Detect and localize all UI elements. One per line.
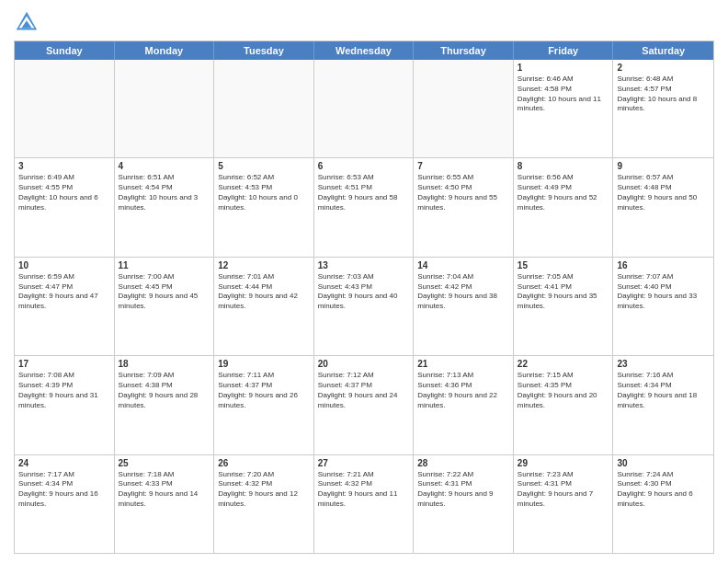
calendar-cell-7: 7Sunrise: 6:55 AM Sunset: 4:50 PM Daylig…	[414, 158, 514, 256]
header-day-monday: Monday	[115, 41, 215, 60]
calendar-cell-3: 3Sunrise: 6:49 AM Sunset: 4:55 PM Daylig…	[15, 158, 115, 256]
header-day-sunday: Sunday	[15, 41, 115, 60]
calendar-row-3: 17Sunrise: 7:08 AM Sunset: 4:39 PM Dayli…	[15, 356, 713, 454]
day-info: Sunrise: 7:04 AM Sunset: 4:42 PM Dayligh…	[417, 272, 509, 312]
day-info: Sunrise: 7:18 AM Sunset: 4:33 PM Dayligh…	[119, 470, 210, 510]
day-number: 17	[18, 359, 110, 369]
header	[14, 9, 714, 35]
day-number: 27	[318, 458, 410, 468]
day-number: 30	[617, 458, 710, 468]
day-info: Sunrise: 6:57 AM Sunset: 4:48 PM Dayligh…	[617, 173, 710, 213]
calendar-cell-13: 13Sunrise: 7:03 AM Sunset: 4:43 PM Dayli…	[314, 258, 415, 355]
calendar-cell-19: 19Sunrise: 7:11 AM Sunset: 4:37 PM Dayli…	[214, 356, 314, 454]
day-number: 8	[518, 161, 609, 171]
day-info: Sunrise: 7:07 AM Sunset: 4:40 PM Dayligh…	[617, 272, 710, 312]
day-number: 5	[218, 161, 310, 171]
header-day-thursday: Thursday	[414, 41, 514, 60]
day-info: Sunrise: 6:46 AM Sunset: 4:58 PM Dayligh…	[518, 75, 609, 114]
calendar-cell-16: 16Sunrise: 7:07 AM Sunset: 4:40 PM Dayli…	[613, 258, 713, 355]
day-number: 4	[119, 161, 210, 171]
calendar-cell-4: 4Sunrise: 6:51 AM Sunset: 4:54 PM Daylig…	[115, 158, 215, 256]
day-number: 26	[218, 458, 310, 468]
day-info: Sunrise: 6:48 AM Sunset: 4:57 PM Dayligh…	[617, 75, 710, 114]
day-number: 13	[318, 260, 410, 270]
calendar-cell-14: 14Sunrise: 7:04 AM Sunset: 4:42 PM Dayli…	[414, 258, 514, 355]
day-info: Sunrise: 6:51 AM Sunset: 4:54 PM Dayligh…	[119, 173, 210, 213]
calendar-row-4: 24Sunrise: 7:17 AM Sunset: 4:34 PM Dayli…	[15, 455, 713, 553]
day-number: 20	[318, 359, 410, 369]
day-info: Sunrise: 7:17 AM Sunset: 4:34 PM Dayligh…	[18, 470, 110, 510]
day-number: 15	[518, 260, 609, 270]
calendar-cell-10: 10Sunrise: 6:59 AM Sunset: 4:47 PM Dayli…	[15, 258, 115, 355]
calendar-cell-27: 27Sunrise: 7:21 AM Sunset: 4:32 PM Dayli…	[314, 455, 415, 553]
day-number: 9	[617, 161, 710, 171]
day-info: Sunrise: 7:13 AM Sunset: 4:36 PM Dayligh…	[417, 371, 509, 410]
day-number: 10	[18, 260, 110, 270]
calendar-cell-15: 15Sunrise: 7:05 AM Sunset: 4:41 PM Dayli…	[514, 258, 614, 355]
header-day-tuesday: Tuesday	[214, 41, 314, 60]
calendar-cell-empty-0-4	[414, 60, 514, 157]
day-number: 19	[218, 359, 310, 369]
day-info: Sunrise: 6:59 AM Sunset: 4:47 PM Dayligh…	[18, 272, 110, 312]
day-info: Sunrise: 7:23 AM Sunset: 4:31 PM Dayligh…	[518, 470, 609, 510]
calendar-cell-20: 20Sunrise: 7:12 AM Sunset: 4:37 PM Dayli…	[314, 356, 415, 454]
calendar-cell-17: 17Sunrise: 7:08 AM Sunset: 4:39 PM Dayli…	[15, 356, 115, 454]
calendar-cell-26: 26Sunrise: 7:20 AM Sunset: 4:32 PM Dayli…	[214, 455, 314, 553]
day-info: Sunrise: 7:12 AM Sunset: 4:37 PM Dayligh…	[318, 371, 410, 410]
day-number: 3	[18, 161, 110, 171]
calendar-row-2: 10Sunrise: 6:59 AM Sunset: 4:47 PM Dayli…	[15, 258, 713, 356]
day-info: Sunrise: 6:53 AM Sunset: 4:51 PM Dayligh…	[318, 173, 410, 213]
day-info: Sunrise: 7:20 AM Sunset: 4:32 PM Dayligh…	[218, 470, 310, 510]
day-info: Sunrise: 6:56 AM Sunset: 4:49 PM Dayligh…	[518, 173, 609, 213]
day-number: 12	[218, 260, 310, 270]
day-number: 23	[617, 359, 710, 369]
header-day-wednesday: Wednesday	[314, 41, 415, 60]
day-number: 16	[617, 260, 710, 270]
calendar-row-1: 3Sunrise: 6:49 AM Sunset: 4:55 PM Daylig…	[15, 158, 713, 257]
day-info: Sunrise: 7:24 AM Sunset: 4:30 PM Dayligh…	[617, 470, 710, 510]
header-day-friday: Friday	[514, 41, 614, 60]
day-info: Sunrise: 7:16 AM Sunset: 4:34 PM Dayligh…	[617, 371, 710, 410]
day-number: 14	[417, 260, 509, 270]
calendar-cell-22: 22Sunrise: 7:15 AM Sunset: 4:35 PM Dayli…	[514, 356, 614, 454]
logo-icon	[14, 9, 40, 35]
calendar-cell-empty-0-1	[115, 60, 215, 157]
calendar-cell-5: 5Sunrise: 6:52 AM Sunset: 4:53 PM Daylig…	[214, 158, 314, 256]
calendar-row-0: 1Sunrise: 6:46 AM Sunset: 4:58 PM Daylig…	[15, 60, 713, 158]
day-info: Sunrise: 7:01 AM Sunset: 4:44 PM Dayligh…	[218, 272, 310, 312]
day-info: Sunrise: 7:11 AM Sunset: 4:37 PM Dayligh…	[218, 371, 310, 410]
day-info: Sunrise: 7:00 AM Sunset: 4:45 PM Dayligh…	[119, 272, 210, 312]
calendar-cell-24: 24Sunrise: 7:17 AM Sunset: 4:34 PM Dayli…	[15, 455, 115, 553]
day-info: Sunrise: 7:22 AM Sunset: 4:31 PM Dayligh…	[417, 470, 509, 510]
day-number: 6	[318, 161, 410, 171]
calendar-cell-29: 29Sunrise: 7:23 AM Sunset: 4:31 PM Dayli…	[514, 455, 614, 553]
calendar-cell-9: 9Sunrise: 6:57 AM Sunset: 4:48 PM Daylig…	[613, 158, 713, 256]
logo	[14, 9, 43, 35]
header-day-saturday: Saturday	[613, 41, 713, 60]
calendar-cell-23: 23Sunrise: 7:16 AM Sunset: 4:34 PM Dayli…	[613, 356, 713, 454]
calendar-cell-21: 21Sunrise: 7:13 AM Sunset: 4:36 PM Dayli…	[414, 356, 514, 454]
calendar-header: SundayMondayTuesdayWednesdayThursdayFrid…	[15, 41, 713, 60]
calendar: SundayMondayTuesdayWednesdayThursdayFrid…	[14, 40, 714, 554]
day-info: Sunrise: 7:21 AM Sunset: 4:32 PM Dayligh…	[318, 470, 410, 510]
calendar-cell-25: 25Sunrise: 7:18 AM Sunset: 4:33 PM Dayli…	[115, 455, 215, 553]
day-number: 2	[617, 63, 710, 73]
day-number: 11	[119, 260, 210, 270]
day-number: 21	[417, 359, 509, 369]
calendar-cell-1: 1Sunrise: 6:46 AM Sunset: 4:58 PM Daylig…	[514, 60, 614, 157]
calendar-cell-empty-0-0	[15, 60, 115, 157]
calendar-body: 1Sunrise: 6:46 AM Sunset: 4:58 PM Daylig…	[15, 60, 713, 553]
calendar-cell-empty-0-2	[214, 60, 314, 157]
day-number: 24	[18, 458, 110, 468]
day-info: Sunrise: 7:15 AM Sunset: 4:35 PM Dayligh…	[518, 371, 609, 410]
calendar-cell-12: 12Sunrise: 7:01 AM Sunset: 4:44 PM Dayli…	[214, 258, 314, 355]
day-number: 25	[119, 458, 210, 468]
day-info: Sunrise: 7:05 AM Sunset: 4:41 PM Dayligh…	[518, 272, 609, 312]
calendar-cell-empty-0-3	[314, 60, 415, 157]
day-info: Sunrise: 7:03 AM Sunset: 4:43 PM Dayligh…	[318, 272, 410, 312]
day-info: Sunrise: 7:08 AM Sunset: 4:39 PM Dayligh…	[18, 371, 110, 410]
day-info: Sunrise: 6:55 AM Sunset: 4:50 PM Dayligh…	[417, 173, 509, 213]
calendar-cell-11: 11Sunrise: 7:00 AM Sunset: 4:45 PM Dayli…	[115, 258, 215, 355]
day-number: 1	[518, 63, 609, 73]
day-number: 22	[518, 359, 609, 369]
